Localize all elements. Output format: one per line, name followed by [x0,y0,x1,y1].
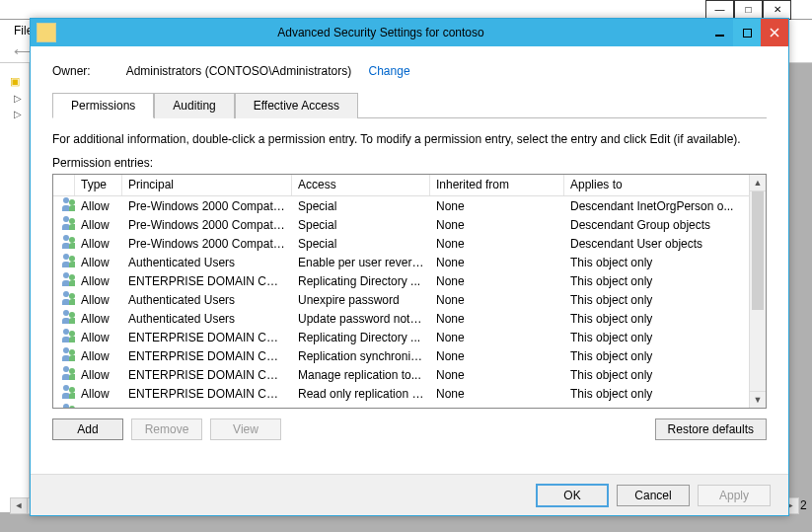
parent-close-icon[interactable]: ✕ [763,0,791,20]
parent-tree-expand-icon[interactable]: ▷ [14,93,22,104]
cell-principal: Authenticated Users [122,256,292,269]
add-button[interactable]: Add [52,418,123,440]
parent-status-digit: 2 [800,498,812,512]
remove-button: Remove [131,418,202,440]
col-applies-to[interactable]: Applies to [564,175,766,195]
table-row[interactable]: AllowPre-Windows 2000 Compatib...Special… [53,234,749,253]
cell-applies: Descendant User objects [564,237,749,251]
cell-access: Replication synchroniz... [292,349,430,363]
close-button[interactable] [761,19,788,46]
table-row[interactable]: AllowPre-Windows 2000 Compatib...Special… [53,215,749,234]
cell-applies: This object only [564,387,749,401]
cell-access: Unexpire password [292,293,430,307]
cell-applies: This object only [564,274,749,288]
cell-principal: Pre-Windows 2000 Compatib... [122,218,292,232]
cell-applies: This object only [564,293,749,307]
principal-group-icon [63,197,75,211]
cell-access: Enable per user reversi... [292,256,430,269]
scroll-down-icon[interactable]: ▼ [750,391,766,408]
tab-permissions[interactable]: Permissions [52,93,154,118]
grid-header: Type Principal Access Inherited from App… [53,175,766,196]
cell-type: Allow [75,293,122,307]
scroll-thumb[interactable] [752,191,764,310]
cell-access: Special [292,237,430,251]
apply-button: Apply [698,485,771,506]
table-row[interactable]: AllowENTERPRISE DOMAIN CONT...Read only … [53,384,749,403]
cell-inherited: None [430,349,564,363]
cell-access: Update password not r... [292,312,430,326]
cell-inherited: None [430,368,564,382]
cell-applies: This object only [564,349,749,363]
cell-type: Allow [75,237,122,251]
cell-inherited: None [430,274,564,288]
minimize-button[interactable] [705,19,733,46]
cell-applies: This object only [564,406,749,409]
parent-minimize-icon[interactable]: — [705,0,734,20]
table-row[interactable]: AllowENTERPRISE DOMAIN CONT...Replicatin… [53,328,749,346]
change-owner-link[interactable]: Change [369,64,410,78]
col-type[interactable]: Type [75,175,122,195]
cell-principal: Authenticated Users [122,406,292,409]
principal-group-icon [63,385,75,399]
parent-titlebar [0,0,812,20]
parent-maximize-icon[interactable]: □ [734,0,763,20]
cell-principal: ENTERPRISE DOMAIN CONT... [122,387,292,401]
cell-applies: This object only [564,331,749,344]
cell-access: Special [292,218,430,232]
maximize-button[interactable] [733,19,761,46]
parent-sysbuttons: — □ ✕ [705,0,791,20]
cell-inherited: None [430,406,564,409]
cell-inherited: None [430,256,564,269]
cell-type: Allow [75,256,122,269]
entries-label: Permission entries: [52,156,767,170]
grid-v-scrollbar[interactable]: ▲ ▼ [749,175,766,408]
dialog-titlebar[interactable]: Advanced Security Settings for contoso [31,19,788,46]
view-button: View [210,418,281,440]
principal-group-icon [63,347,75,361]
parent-sidebar [0,63,30,512]
cell-principal: ENTERPRISE DOMAIN CONT... [122,368,292,382]
principal-group-icon [63,329,75,342]
col-icon[interactable] [53,175,75,195]
cell-access: Read only replication s... [292,387,430,401]
tab-auditing[interactable]: Auditing [154,93,234,118]
principal-group-icon [63,254,75,267]
cell-access: Special [292,406,430,409]
table-row[interactable]: AllowAuthenticated UsersSpecialNoneThis … [53,403,749,408]
cell-access: Special [292,199,430,213]
table-row[interactable]: AllowAuthenticated UsersUnexpire passwor… [53,290,749,309]
table-row[interactable]: AllowENTERPRISE DOMAIN CONT...Replicatio… [53,346,749,365]
grid-body: AllowPre-Windows 2000 Compatib...Special… [53,196,749,408]
tab-effective-access[interactable]: Effective Access [235,93,358,118]
cell-type: Allow [75,368,122,382]
scroll-up-icon[interactable]: ▲ [750,175,766,191]
info-text: For additional information, double-click… [52,132,767,146]
col-principal[interactable]: Principal [122,175,292,195]
table-row[interactable]: AllowENTERPRISE DOMAIN CONT...Replicatin… [53,271,749,290]
principal-group-icon [63,310,75,324]
cell-type: Allow [75,349,122,363]
ok-button[interactable]: OK [536,484,609,507]
cell-access: Manage replication to... [292,368,430,382]
owner-label: Owner: [52,64,123,78]
table-row[interactable]: AllowPre-Windows 2000 Compatib...Special… [53,196,749,215]
cell-inherited: None [430,218,564,232]
cell-inherited: None [430,331,564,344]
table-row[interactable]: AllowAuthenticated UsersUpdate password … [53,309,749,328]
principal-group-icon [63,291,75,305]
principal-group-icon [63,366,75,380]
scroll-left-icon[interactable]: ◄ [11,498,28,513]
cell-applies: Descendant Group objects [564,218,749,232]
col-inherited-from[interactable]: Inherited from [430,175,564,195]
cell-type: Allow [75,218,122,232]
parent-tree-icon[interactable]: ▣ [10,75,20,88]
parent-tree-expand-icon[interactable]: ▷ [14,109,22,119]
table-row[interactable]: AllowENTERPRISE DOMAIN CONT...Manage rep… [53,365,749,384]
cell-principal: Authenticated Users [122,293,292,307]
col-access[interactable]: Access [292,175,430,195]
cancel-button[interactable]: Cancel [617,485,690,506]
table-row[interactable]: AllowAuthenticated UsersEnable per user … [53,253,749,271]
cell-access: Replicating Directory ... [292,274,430,288]
cell-access: Replicating Directory ... [292,331,430,344]
restore-defaults-button[interactable]: Restore defaults [655,418,767,440]
